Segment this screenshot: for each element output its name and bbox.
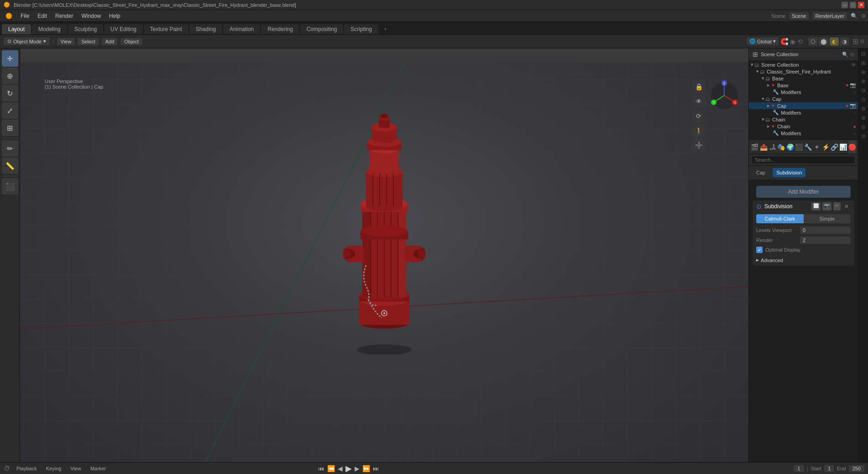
prev-keyframe-button[interactable]: ⏪: [327, 465, 335, 472]
tab-texture-paint[interactable]: Texture Paint: [144, 24, 188, 34]
props-icon-physics[interactable]: ⚡: [821, 141, 829, 153]
menu-window[interactable]: Window: [78, 12, 105, 20]
snap-icon[interactable]: 🧲: [780, 38, 788, 45]
frp-icon-1[interactable]: ⊟: [860, 50, 867, 58]
frp-icon-5[interactable]: ⊖: [860, 87, 867, 94]
props-icon-object[interactable]: ⬛: [795, 141, 803, 153]
frp-icon-3[interactable]: ⊕: [860, 68, 867, 76]
outliner-base-mesh[interactable]: ▸ ▼ Base ● 📷: [749, 82, 858, 89]
timeline-playback-menu[interactable]: Playback: [14, 465, 40, 472]
viewport-shading-solid[interactable]: ⬤: [818, 37, 829, 46]
props-icon-particles[interactable]: ✦: [813, 141, 821, 153]
levels-viewport-value[interactable]: 0: [800, 226, 851, 234]
props-search-input[interactable]: [752, 156, 855, 164]
object-menu[interactable]: Object: [120, 38, 142, 45]
tab-scripting[interactable]: Scripting: [344, 24, 378, 34]
viewport-gizmo-icon[interactable]: ⟳: [692, 110, 705, 122]
frp-icon-4[interactable]: ⊗: [860, 78, 867, 85]
tab-layout[interactable]: Layout: [2, 24, 31, 34]
menu-file[interactable]: File: [17, 12, 33, 20]
catmull-clark-tab[interactable]: Catmull-Clark: [756, 214, 804, 223]
view-menu[interactable]: View: [57, 38, 75, 45]
frp-icon-2[interactable]: ⊞: [860, 59, 867, 67]
tab-animation[interactable]: Animation: [223, 24, 260, 34]
props-icon-material[interactable]: 🔴: [848, 141, 856, 153]
global-transform-selector[interactable]: 🌐 Global ▾: [747, 37, 779, 45]
tab-rendering[interactable]: Rendering: [261, 24, 299, 34]
frp-icon-10[interactable]: ⊝: [860, 132, 867, 140]
viewport-options-icon[interactable]: ⊞: [852, 37, 858, 46]
menu-render[interactable]: Render: [52, 12, 77, 20]
viewport-3d[interactable]: User Perspective (1) Scene Collection | …: [20, 48, 748, 462]
timeline-marker-menu[interactable]: Marker: [88, 465, 109, 472]
proportional-icon[interactable]: ◉: [790, 38, 795, 45]
transform-icon[interactable]: ⟲: [797, 38, 803, 45]
advanced-section[interactable]: ▸ Advanced: [753, 254, 854, 266]
outliner-scene-collection[interactable]: ▾ 🗂 Scene Collection 👁: [749, 61, 858, 68]
simple-tab[interactable]: Simple: [804, 214, 851, 223]
tool-add-cube[interactable]: ⬛: [2, 178, 18, 195]
tab-compositing[interactable]: Compositing: [300, 24, 344, 34]
object-mode-selector[interactable]: ⊙ Object Mode ▾: [4, 37, 50, 45]
add-workspace-button[interactable]: +: [379, 24, 392, 34]
modifier-toggle-icon[interactable]: ⊙: [756, 203, 762, 210]
optimal-display-checkbox[interactable]: ✓: [756, 247, 763, 253]
tool-cursor[interactable]: ✛: [2, 50, 18, 67]
outliner-chain-modifiers[interactable]: 🔧 Modifiers ○: [749, 130, 858, 137]
outliner-cap-folder[interactable]: ▾ 🗂 Cap: [749, 95, 858, 102]
current-frame[interactable]: 1: [794, 465, 804, 472]
viewport-add-icon[interactable]: ➕: [692, 139, 705, 152]
tool-annotate[interactable]: ✏: [2, 140, 18, 157]
props-tab-subdivision[interactable]: Subdivision: [773, 168, 805, 177]
jump-end-button[interactable]: ⏭: [373, 465, 379, 472]
outliner-cap-modifiers[interactable]: 🔧 Modifiers ○: [749, 109, 858, 116]
timeline-keying-menu[interactable]: Keying: [43, 465, 64, 472]
menu-edit[interactable]: Edit: [34, 12, 51, 20]
next-frame-button[interactable]: ▶: [355, 465, 360, 472]
frp-icon-9[interactable]: ⊜: [860, 123, 867, 131]
tool-rotate[interactable]: ↻: [2, 85, 18, 101]
props-icon-constraints[interactable]: 🔗: [831, 141, 838, 153]
options-icon[interactable]: ⚙: [861, 13, 866, 19]
outliner-filter-icon[interactable]: ⊟: [850, 52, 854, 58]
search-icon[interactable]: 🔍: [851, 13, 858, 19]
props-icon-output[interactable]: 📤: [759, 141, 767, 153]
props-icon-view-layer[interactable]: 🏞: [769, 141, 776, 153]
render-layer-selector[interactable]: RenderLayer: [812, 12, 847, 20]
frp-icon-8[interactable]: ⊛: [860, 114, 867, 121]
tab-shading[interactable]: Shading: [189, 24, 222, 34]
frp-icon-6[interactable]: ⊙: [860, 96, 867, 103]
tab-sculpting[interactable]: Sculpting: [68, 24, 103, 34]
props-tab-cap[interactable]: Cap: [753, 168, 769, 177]
close-button[interactable]: ✕: [858, 2, 864, 8]
mod-icon-render[interactable]: 📷: [822, 202, 831, 211]
scene-selector[interactable]: Scene: [789, 12, 809, 20]
outliner-cap-mesh[interactable]: ▸ ▼ Cap ● 📷: [749, 102, 858, 109]
props-icon-scene[interactable]: 🎭: [777, 141, 785, 153]
viewport-walk-icon[interactable]: 🚶: [692, 124, 705, 137]
start-frame[interactable]: 1: [824, 465, 834, 472]
viewport-lock-icon[interactable]: 🔒: [692, 80, 705, 93]
outliner-fire-hydrant[interactable]: ▾ 🗂 Classic_Street_Fire_Hydrant: [749, 68, 858, 75]
viewport-shading-material[interactable]: ◐: [830, 37, 839, 46]
tool-measure[interactable]: 📏: [2, 158, 18, 174]
tab-modeling[interactable]: Modeling: [32, 24, 67, 34]
next-keyframe-button[interactable]: ⏩: [362, 465, 370, 472]
scene-eye-icon[interactable]: 👁: [851, 62, 856, 68]
jump-start-button[interactable]: ⏮: [318, 465, 324, 472]
tool-transform[interactable]: ⊞: [2, 120, 18, 136]
timeline-view-menu[interactable]: View: [68, 465, 84, 472]
mod-icon-edit[interactable]: ✏: [833, 202, 841, 211]
add-modifier-button[interactable]: Add Modifier: [756, 186, 851, 198]
props-icon-modifiers[interactable]: 🔧: [804, 141, 812, 153]
viewport-show-hide-icon[interactable]: 👁: [692, 95, 705, 108]
select-menu[interactable]: Select: [78, 38, 99, 45]
outliner-chain-mesh[interactable]: ▸ ▼ Chain ●: [749, 123, 858, 130]
minimize-button[interactable]: —: [842, 2, 848, 8]
viewport-shading-wire[interactable]: ⬡: [808, 37, 817, 46]
end-frame[interactable]: 250: [849, 465, 864, 472]
prev-frame-button[interactable]: ◀: [338, 465, 343, 472]
maximize-button[interactable]: □: [850, 2, 856, 8]
props-icon-render[interactable]: 🎬: [751, 141, 758, 153]
render-value[interactable]: 2: [800, 237, 851, 244]
